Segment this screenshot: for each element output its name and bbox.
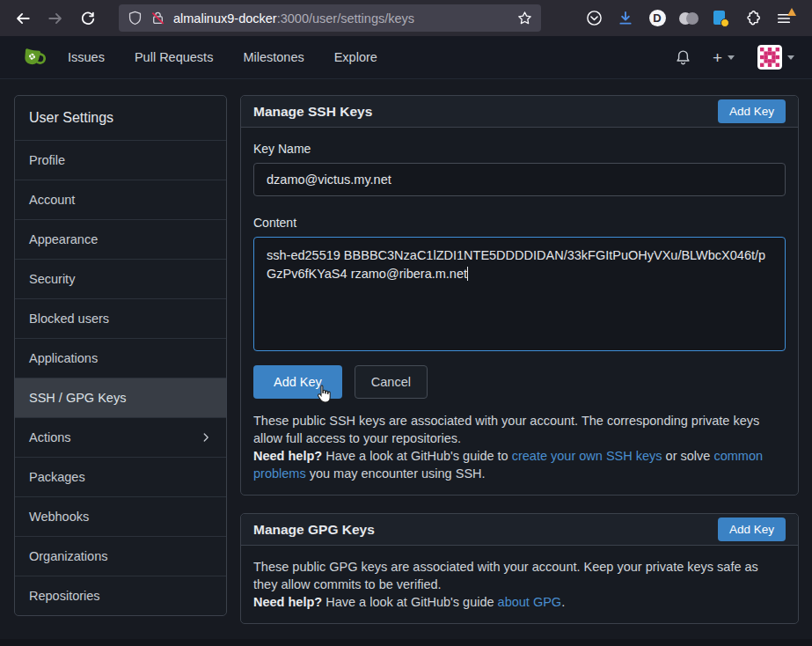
downloads-button[interactable] <box>611 5 640 32</box>
ssh-help-text: These public SSH keys are associated wit… <box>253 412 786 482</box>
gpg-keys-panel: Manage GPG Keys Add Key These public GPG… <box>240 513 799 624</box>
forward-icon <box>48 11 63 26</box>
plus-icon: + <box>713 49 722 66</box>
refresh-icon <box>80 11 96 26</box>
content-textarea[interactable]: ssh-ed25519 BBBBC3NzaC1lZDI1NTE5DDDDIDAN… <box>253 237 786 351</box>
cancel-button[interactable]: Cancel <box>355 365 428 399</box>
sidebar-item-ssh-gpg-keys[interactable]: SSH / GPG Keys <box>15 378 226 417</box>
gpg-panel-title: Manage GPG Keys <box>253 522 375 538</box>
sidebar-item-actions[interactable]: Actions <box>15 417 226 457</box>
document-badge-icon <box>713 11 728 26</box>
url-path: :3000/user/settings/keys <box>277 11 414 26</box>
toolbar-extensions-area: D <box>580 5 803 32</box>
create-new-button[interactable]: + <box>702 49 745 66</box>
nav-link-milestones[interactable]: Milestones <box>228 50 318 64</box>
sidebar-item-account[interactable]: Account <box>15 180 226 219</box>
forward-button[interactable] <box>41 5 69 32</box>
gpg-panel-header: Manage GPG Keys Add Key <box>241 514 798 546</box>
ssh-panel-body: Key Name Content ssh-ed25519 BBBBC3NzaC1… <box>241 128 798 495</box>
nav-link-explore[interactable]: Explore <box>319 50 392 64</box>
footer-strip <box>0 639 812 646</box>
back-button[interactable] <box>9 5 37 32</box>
sidebar-item-security[interactable]: Security <box>15 259 226 298</box>
ssh-panel-header: Manage SSH Keys Add Key <box>241 96 798 128</box>
ssh-keys-panel: Manage SSH Keys Add Key Key Name Content… <box>240 95 799 496</box>
key-name-label: Key Name <box>253 142 786 156</box>
content-label: Content <box>253 216 786 230</box>
settings-sidebar: User Settings Profile Account Appearance… <box>14 95 227 616</box>
url-bar[interactable]: almalinux9-docker:3000/user/settings/key… <box>119 4 541 32</box>
add-key-submit-button[interactable]: Add Key <box>253 365 342 399</box>
download-icon <box>618 11 633 26</box>
sidebar-item-repositories[interactable]: Repositories <box>15 576 226 615</box>
gitea-logo-icon[interactable] <box>19 44 46 70</box>
translate-extension-button[interactable] <box>706 5 735 32</box>
content-area: User Settings Profile Account Appearance… <box>0 79 812 639</box>
pocket-icon <box>586 10 603 26</box>
insecure-lock-icon[interactable] <box>150 11 165 26</box>
chevron-down-icon <box>787 55 794 60</box>
url-host: almalinux9-docker <box>173 11 277 26</box>
sidebar-item-appearance[interactable]: Appearance <box>15 219 226 259</box>
url-text: almalinux9-docker:3000/user/settings/key… <box>173 11 517 26</box>
nav-link-pull-requests[interactable]: Pull Requests <box>120 50 228 64</box>
gpg-help-text: These public GPG keys are associated wit… <box>253 558 786 611</box>
main-column: Manage SSH Keys Add Key Key Name Content… <box>240 95 799 624</box>
gpg-add-key-header-button[interactable]: Add Key <box>718 518 786 541</box>
menu-button[interactable] <box>770 5 798 32</box>
gpg-panel-body: These public GPG keys are associated wit… <box>241 546 798 623</box>
sidebar-item-blocked-users[interactable]: Blocked users <box>15 298 226 338</box>
notifications-button[interactable] <box>664 49 702 66</box>
avatar <box>757 45 782 70</box>
menu-alert-badge <box>787 8 796 16</box>
ddg-extension-button[interactable]: D <box>643 5 671 32</box>
page: { "browser": { "url_host": "almalinux9-d… <box>0 0 812 646</box>
sidebar-item-applications[interactable]: Applications <box>15 338 226 378</box>
bookmark-star-icon[interactable] <box>517 11 532 26</box>
nav-link-issues[interactable]: Issues <box>53 50 120 64</box>
chevron-right-icon <box>200 431 212 444</box>
sidebar-item-profile[interactable]: Profile <box>15 140 226 180</box>
chevron-down-icon <box>728 55 735 60</box>
sidebar-item-organizations[interactable]: Organizations <box>15 536 226 576</box>
navbar-right: + <box>664 45 800 70</box>
user-menu-button[interactable] <box>745 45 800 70</box>
form-buttons: Add Key Cancel <box>253 365 786 399</box>
extensions-button[interactable] <box>738 5 766 32</box>
account-button[interactable] <box>675 5 703 32</box>
puzzle-icon <box>744 10 761 26</box>
account-icon <box>679 11 699 26</box>
pocket-button[interactable] <box>580 5 608 32</box>
bell-icon <box>675 49 691 66</box>
create-ssh-keys-link[interactable]: create your own SSH keys <box>512 449 662 463</box>
ssh-panel-title: Manage SSH Keys <box>253 104 372 120</box>
shield-icon[interactable] <box>128 11 143 26</box>
back-icon <box>15 11 31 26</box>
gitea-navbar: Issues Pull Requests Milestones Explore … <box>0 36 812 79</box>
ddg-icon: D <box>649 10 666 26</box>
sidebar-item-packages[interactable]: Packages <box>15 457 226 496</box>
about-gpg-link[interactable]: about GPG <box>498 595 562 609</box>
browser-toolbar: almalinux9-docker:3000/user/settings/key… <box>0 0 812 36</box>
ssh-add-key-header-button[interactable]: Add Key <box>718 99 786 123</box>
sidebar-title: User Settings <box>15 96 226 140</box>
sidebar-item-webhooks[interactable]: Webhooks <box>15 496 226 536</box>
text-caret <box>467 267 468 281</box>
key-name-input[interactable] <box>253 163 786 196</box>
refresh-button[interactable] <box>74 5 102 32</box>
